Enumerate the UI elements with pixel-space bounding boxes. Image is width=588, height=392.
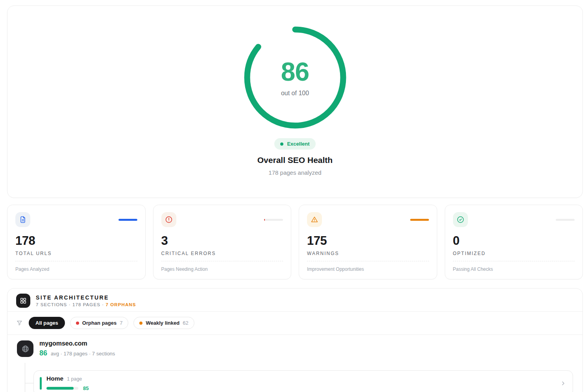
- stat-minibar: [118, 219, 137, 221]
- filter-count: 62: [183, 320, 188, 326]
- stat-label: TOTAL URLS: [15, 251, 137, 256]
- filter-bar: All pages Orphan pages 7 Weakly linked 6…: [7, 312, 582, 335]
- alert-circle-icon: [161, 212, 176, 227]
- section-subtitle: 7 SECTIONS · 178 PAGES · 7 ORPHANS: [36, 302, 136, 307]
- hero-title: Overall SEO Health: [257, 155, 333, 165]
- site-architecture-header: SITE ARCHITECTURE 7 SECTIONS · 178 PAGES…: [7, 288, 582, 311]
- stat-value: 175: [307, 234, 429, 248]
- stat-footer: Passing All Checks: [453, 261, 575, 272]
- stat-footer: Pages Needing Action: [161, 261, 283, 272]
- seo-dashboard-page: 86 out of 100 Excellent Overall SEO Heal…: [0, 0, 588, 392]
- status-badge: Excellent: [274, 138, 315, 150]
- document-icon: [15, 212, 30, 227]
- divider: [7, 335, 582, 335]
- seo-health-gauge: 86 out of 100: [244, 26, 346, 129]
- node-score-bar: [46, 387, 78, 390]
- site-tree: mygomseo.com 86 avg · 178 pages · 7 sect…: [7, 340, 582, 392]
- status-dot-icon: [280, 142, 283, 146]
- stat-minibar: [556, 219, 575, 221]
- filter-orphan-pages[interactable]: Orphan pages 7: [70, 317, 129, 329]
- seo-health-card: 86 out of 100 Excellent Overall SEO Heal…: [7, 6, 583, 198]
- chevron-right-icon[interactable]: [560, 380, 566, 386]
- stat-footer: Improvement Opportunities: [307, 261, 429, 272]
- stat-value: 3: [161, 234, 283, 248]
- site-domain: mygomseo.com: [39, 340, 115, 347]
- orphans-count: 7 ORPHANS: [105, 302, 136, 307]
- tree-connector-horizontal: [25, 383, 33, 383]
- stat-minibar: [410, 219, 429, 221]
- stat-card-total-urls: 178 TOTAL URLS Pages Analyzed: [7, 205, 146, 279]
- grid-icon: [16, 294, 30, 308]
- gauge-center: 86 out of 100: [244, 26, 346, 129]
- stat-value: 178: [15, 234, 137, 248]
- filter-label: Weakly linked: [146, 320, 179, 326]
- stat-minibar: [264, 219, 283, 221]
- gauge-score-value: 86: [281, 59, 309, 85]
- node-title: Home: [46, 375, 63, 382]
- stat-label: WARNINGS: [307, 251, 429, 256]
- filter-label: Orphan pages: [82, 320, 116, 326]
- warning-triangle-icon: [307, 212, 322, 227]
- section-title: SITE ARCHITECTURE: [36, 294, 136, 301]
- node-score-value: 85: [83, 385, 89, 391]
- red-dot-icon: [76, 322, 79, 325]
- hero-subtitle: 178 pages analyzed: [268, 169, 321, 176]
- status-badge-label: Excellent: [287, 141, 309, 147]
- stat-label: CRITICAL ERRORS: [161, 251, 283, 256]
- filter-weakly-linked[interactable]: Weakly linked 62: [133, 317, 194, 329]
- filter-count: 7: [120, 320, 122, 326]
- node-accent-bar: [40, 377, 42, 390]
- orange-dot-icon: [139, 322, 142, 325]
- stat-card-warnings: 175 WARNINGS Improvement Opportunities: [299, 205, 437, 279]
- site-root-node[interactable]: mygomseo.com 86 avg · 178 pages · 7 sect…: [17, 340, 115, 357]
- subtitle-counts: 7 SECTIONS · 178 PAGES ·: [36, 302, 105, 307]
- node-page-count: 1 page: [67, 376, 82, 382]
- check-circle-icon: [453, 212, 468, 227]
- filter-all-pages[interactable]: All pages: [29, 317, 65, 329]
- gauge-score-suffix: out of 100: [281, 90, 309, 97]
- stat-card-optimized: 0 OPTIMIZED Passing All Checks: [445, 205, 583, 279]
- site-score: 86: [39, 349, 47, 357]
- filter-funnel-icon: [16, 320, 23, 326]
- tree-connector-vertical: [25, 363, 25, 392]
- globe-icon: [17, 340, 33, 357]
- stat-footer: Pages Analyzed: [15, 261, 137, 272]
- stat-label: OPTIMIZED: [453, 251, 575, 256]
- stat-cards-row: 178 TOTAL URLS Pages Analyzed 3 CRITICAL…: [7, 205, 583, 279]
- tree-node-home[interactable]: Home 1 page 85: [33, 370, 573, 392]
- site-meta: avg · 178 pages · 7 sections: [51, 351, 115, 357]
- site-architecture-card: SITE ARCHITECTURE 7 SECTIONS · 178 PAGES…: [7, 288, 583, 392]
- stat-card-critical-errors: 3 CRITICAL ERRORS Pages Needing Action: [153, 205, 292, 279]
- stat-value: 0: [453, 234, 575, 248]
